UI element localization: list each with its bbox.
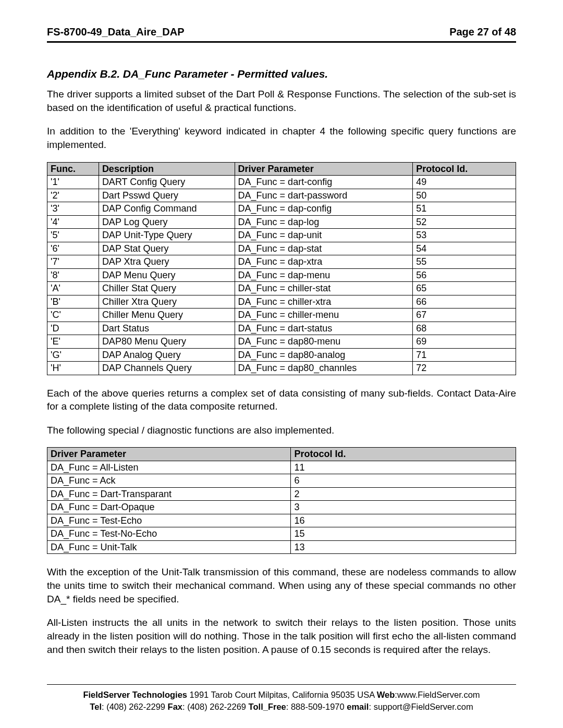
table-cell: 49 xyxy=(413,176,516,189)
table-cell: 66 xyxy=(413,295,516,309)
table-cell: 55 xyxy=(413,255,516,269)
table-cell: Chiller Menu Query xyxy=(99,309,235,322)
table-cell: DAP Config Command xyxy=(99,202,235,216)
footer-tollfree: : 888-509-1970 xyxy=(286,702,347,711)
footer-web: :www.FieldServer.com xyxy=(395,690,480,699)
footer-email-label: email xyxy=(347,702,369,711)
table-row: DA_Func = All-Listen11 xyxy=(47,461,516,474)
table-cell: 54 xyxy=(413,242,516,255)
col-header: Description xyxy=(99,162,235,176)
table-cell: DA_Func = All-Listen xyxy=(47,461,291,474)
table-cell: 53 xyxy=(413,229,516,242)
paragraph: All-Listen instructs the all units in th… xyxy=(47,616,516,656)
table-row: DA_Func = Test-No-Echo15 xyxy=(47,527,516,541)
table-cell: '4' xyxy=(47,215,99,229)
table-cell: 'E' xyxy=(47,335,99,349)
table-row: 'C'Chiller Menu QueryDA_Func = chiller-m… xyxy=(47,309,516,322)
footer-address: 1991 Tarob Court Milpitas, California 95… xyxy=(187,690,377,699)
table-row: DA_Func = Ack6 xyxy=(47,474,516,488)
table-row: '2'Dart Psswd QueryDA_Func = dart-passwo… xyxy=(47,189,516,202)
table-cell: DA_Func = Dart-Transparant xyxy=(47,487,291,501)
footer-fax-label: Fax xyxy=(168,702,182,711)
col-header: Func. xyxy=(47,162,99,176)
doc-id: FS-8700-49_Data_Aire_DAP xyxy=(47,26,184,38)
table-cell: 65 xyxy=(413,282,516,295)
table-cell: 16 xyxy=(291,514,516,527)
page-container: FS-8700-49_Data_Aire_DAP Page 27 of 48 A… xyxy=(0,0,563,728)
table-cell: 13 xyxy=(291,540,516,554)
table-row: 'E'DAP80 Menu QueryDA_Func = dap80-menu6… xyxy=(47,335,516,349)
table-cell: DA_Func = dap-stat xyxy=(235,242,413,255)
table-cell: 71 xyxy=(413,348,516,362)
table-cell: '6' xyxy=(47,242,99,255)
table-cell: Dart Status xyxy=(99,322,235,335)
col-header: Driver Parameter xyxy=(47,448,291,461)
footer-email: : support@FieldServer.com xyxy=(369,702,473,711)
table-row: 'A'Chiller Stat QueryDA_Func = chiller-s… xyxy=(47,282,516,295)
table-cell: DA_Func = dart-status xyxy=(235,322,413,335)
table-row: '1'DART Config QueryDA_Func = dart-confi… xyxy=(47,176,516,189)
paragraph: The following special / diagnostic funct… xyxy=(47,424,516,437)
table-cell: '8' xyxy=(47,268,99,282)
table-row: DA_Func = Dart-Opaque3 xyxy=(47,501,516,514)
paragraph: With the exception of the Unit-Talk tran… xyxy=(47,565,516,606)
table-cell: DAP Unit-Type Query xyxy=(99,229,235,242)
table-cell: Chiller Stat Query xyxy=(99,282,235,295)
footer-web-label: Web xyxy=(377,690,395,699)
table-cell: 'C' xyxy=(47,309,99,322)
table-cell: DART Config Query xyxy=(99,176,235,189)
table-cell: DAP Channels Query xyxy=(99,362,235,375)
table-cell: '3' xyxy=(47,202,99,216)
table-cell: 15 xyxy=(291,527,516,541)
table-cell: 'A' xyxy=(47,282,99,295)
table-row: DA_Func = Dart-Transparant2 xyxy=(47,487,516,501)
table-row: 'DDart StatusDA_Func = dart-status68 xyxy=(47,322,516,335)
table-cell: DA_Func = Dart-Opaque xyxy=(47,501,291,514)
table-cell: 68 xyxy=(413,322,516,335)
table-row: '7'DAP Xtra QueryDA_Func = dap-xtra55 xyxy=(47,255,516,269)
table-header-row: Driver Parameter Protocol Id. xyxy=(47,448,516,461)
table-cell: DA_Func = chiller-xtra xyxy=(235,295,413,309)
table-row: DA_Func = Test-Echo16 xyxy=(47,514,516,527)
table-cell: 6 xyxy=(291,474,516,488)
table-cell: DAP Log Query xyxy=(99,215,235,229)
footer-tollfree-label: Toll_Free xyxy=(249,702,286,711)
footer-tel: : (408) 262-2299 xyxy=(102,702,168,711)
table-cell: DA_Func = dap80_channles xyxy=(235,362,413,375)
paragraph: The driver supports a limited subset of … xyxy=(47,88,516,114)
table-row: 'H'DAP Channels QueryDA_Func = dap80_cha… xyxy=(47,362,516,375)
section-title: Appendix B.2. DA_Func Parameter - Permit… xyxy=(47,68,516,80)
table-cell: 51 xyxy=(413,202,516,216)
paragraph: In addition to the 'Everything' keyword … xyxy=(47,125,516,151)
table-cell: DA_Func = chiller-menu xyxy=(235,309,413,322)
table-header-row: Func. Description Driver Parameter Proto… xyxy=(47,162,516,176)
table-cell: DA_Func = chiller-stat xyxy=(235,282,413,295)
table-cell: DAP Analog Query xyxy=(99,348,235,362)
table-cell: Chiller Xtra Query xyxy=(99,295,235,309)
table-cell: DA_Func = dap80-menu xyxy=(235,335,413,349)
table-cell: DA_Func = dap-config xyxy=(235,202,413,216)
table-cell: '7' xyxy=(47,255,99,269)
footer-fax: : (408) 262-2269 xyxy=(182,702,249,711)
table-row: 'B'Chiller Xtra QueryDA_Func = chiller-x… xyxy=(47,295,516,309)
table-cell: DA_Func = dap-log xyxy=(235,215,413,229)
table-cell: 'G' xyxy=(47,348,99,362)
table-cell: DAP Xtra Query xyxy=(99,255,235,269)
table-cell: 69 xyxy=(413,335,516,349)
table-cell: 50 xyxy=(413,189,516,202)
footer-company: FieldServer Technologies xyxy=(83,690,187,699)
table-cell: 'B' xyxy=(47,295,99,309)
table-cell: 2 xyxy=(291,487,516,501)
functions-table: Func. Description Driver Parameter Proto… xyxy=(47,162,516,375)
table-cell: DA_Func = dap-menu xyxy=(235,268,413,282)
table-cell: 52 xyxy=(413,215,516,229)
footer-tel-label: Tel xyxy=(90,702,102,711)
table-row: '6'DAP Stat QueryDA_Func = dap-stat54 xyxy=(47,242,516,255)
table-row: '4'DAP Log QueryDA_Func = dap-log52 xyxy=(47,215,516,229)
table-cell: DA_Func = Test-No-Echo xyxy=(47,527,291,541)
table-cell: DAP Stat Query xyxy=(99,242,235,255)
table-cell: 11 xyxy=(291,461,516,474)
col-header: Protocol Id. xyxy=(413,162,516,176)
table-row: 'G'DAP Analog QueryDA_Func = dap80-analo… xyxy=(47,348,516,362)
table-cell: 72 xyxy=(413,362,516,375)
